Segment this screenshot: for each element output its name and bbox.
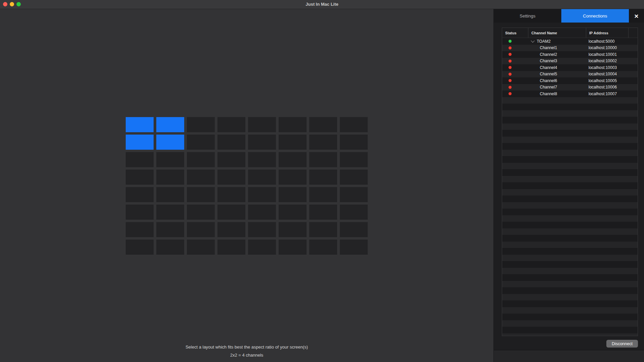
layout-tile[interactable] <box>340 222 368 237</box>
layout-tile[interactable] <box>187 152 215 167</box>
layout-tile[interactable] <box>156 240 184 255</box>
empty-row <box>502 281 638 288</box>
layout-tile[interactable] <box>309 205 337 220</box>
channel-row[interactable]: Channel8localhost:10007 <box>502 90 638 97</box>
channel-name: Channel3 <box>540 59 557 63</box>
channel-row[interactable]: Channel6localhost:10005 <box>502 77 638 84</box>
channel-name-cell: Channel3 <box>528 59 586 63</box>
layout-tile[interactable] <box>309 187 337 202</box>
channel-row[interactable]: Channel5localhost:10004 <box>502 71 638 78</box>
empty-row <box>502 307 638 314</box>
layout-tile[interactable] <box>309 170 337 185</box>
layout-tile[interactable] <box>248 170 276 185</box>
channel-row[interactable]: Channel2localhost:10001 <box>502 51 638 58</box>
layout-tile[interactable] <box>217 187 245 202</box>
layout-tile[interactable] <box>217 117 245 132</box>
column-header-channel-name[interactable]: Channel Name <box>528 28 586 38</box>
status-cell <box>502 92 528 95</box>
layout-tile[interactable] <box>309 135 337 150</box>
layout-tile[interactable] <box>126 240 154 255</box>
layout-tile[interactable] <box>340 152 368 167</box>
layout-tile[interactable] <box>340 205 368 220</box>
layout-tile[interactable] <box>187 187 215 202</box>
layout-tile[interactable] <box>309 152 337 167</box>
layout-tile[interactable] <box>248 117 276 132</box>
layout-tile[interactable] <box>156 205 184 220</box>
layout-tile[interactable] <box>187 222 215 237</box>
chevron-down-icon[interactable] <box>531 39 534 42</box>
layout-tile[interactable] <box>217 222 245 237</box>
layout-tile[interactable] <box>340 135 368 150</box>
layout-tile[interactable] <box>126 152 154 167</box>
status-cell <box>502 66 528 69</box>
layout-tile[interactable] <box>217 152 245 167</box>
layout-tile-selected[interactable] <box>126 117 154 132</box>
layout-tile-selected[interactable] <box>126 135 154 150</box>
layout-tile[interactable] <box>217 170 245 185</box>
channel-row[interactable]: Channel4localhost:10003 <box>502 64 638 71</box>
layout-tile[interactable] <box>340 240 368 255</box>
layout-tile[interactable] <box>340 170 368 185</box>
layout-tile[interactable] <box>279 222 307 237</box>
layout-tile[interactable] <box>217 205 245 220</box>
layout-tile[interactable] <box>248 240 276 255</box>
close-panel-button[interactable]: × <box>629 9 644 23</box>
ip-address: localhost:10004 <box>586 72 617 76</box>
layout-tile[interactable] <box>279 135 307 150</box>
layout-tile[interactable] <box>279 240 307 255</box>
channel-row[interactable]: Channel1localhost:10000 <box>502 45 638 51</box>
layout-tile[interactable] <box>309 117 337 132</box>
layout-tile[interactable] <box>248 222 276 237</box>
layout-tile[interactable] <box>187 117 215 132</box>
layout-tile[interactable] <box>126 170 154 185</box>
layout-tile[interactable] <box>279 152 307 167</box>
channel-name-cell: TOAM2 <box>528 39 586 44</box>
status-offline-icon <box>509 66 512 69</box>
layout-tile-selected[interactable] <box>156 135 184 150</box>
layout-tile[interactable] <box>187 205 215 220</box>
layout-tile[interactable] <box>187 170 215 185</box>
channel-name: Channel8 <box>540 92 557 96</box>
empty-row <box>502 320 638 327</box>
layout-tile-selected[interactable] <box>156 117 184 132</box>
column-header-ip-address[interactable]: IP Address <box>586 28 629 38</box>
layout-tile[interactable] <box>340 187 368 202</box>
channel-name-cell: Channel4 <box>528 65 586 70</box>
layout-selection-area: Select a layout which fits best the aspe… <box>0 9 493 362</box>
layout-tile[interactable] <box>156 187 184 202</box>
layout-tile[interactable] <box>279 187 307 202</box>
channel-row[interactable]: TOAM2localhost:5000 <box>502 38 638 45</box>
layout-tile[interactable] <box>126 187 154 202</box>
layout-tile[interactable] <box>126 205 154 220</box>
layout-tile[interactable] <box>279 117 307 132</box>
layout-tile[interactable] <box>187 135 215 150</box>
channel-row[interactable]: Channel3localhost:10002 <box>502 58 638 65</box>
ip-address: localhost:5000 <box>586 39 614 44</box>
layout-tile[interactable] <box>279 170 307 185</box>
empty-row <box>502 156 638 163</box>
channel-row[interactable]: Channel7localhost:10006 <box>502 84 638 91</box>
layout-tile[interactable] <box>217 135 245 150</box>
layout-tile[interactable] <box>156 222 184 237</box>
tab-connections[interactable]: Connections <box>561 9 629 23</box>
channel-table-body: TOAM2localhost:5000Channel1localhost:100… <box>502 38 638 336</box>
column-header-status[interactable]: Status <box>502 28 528 38</box>
layout-tile[interactable] <box>248 205 276 220</box>
layout-tile[interactable] <box>248 187 276 202</box>
layout-tile[interactable] <box>340 117 368 132</box>
empty-row <box>502 209 638 215</box>
layout-tile[interactable] <box>309 222 337 237</box>
layout-tile[interactable] <box>309 240 337 255</box>
disconnect-button[interactable]: Disconnect <box>606 340 638 348</box>
layout-grid <box>126 117 368 255</box>
layout-tile[interactable] <box>156 152 184 167</box>
layout-tile[interactable] <box>217 240 245 255</box>
layout-tile[interactable] <box>156 170 184 185</box>
layout-tile[interactable] <box>279 205 307 220</box>
layout-tile[interactable] <box>126 222 154 237</box>
layout-tile[interactable] <box>248 135 276 150</box>
layout-tile[interactable] <box>248 152 276 167</box>
layout-tile[interactable] <box>187 240 215 255</box>
tab-settings[interactable]: Settings <box>494 9 561 23</box>
empty-row <box>502 123 638 130</box>
